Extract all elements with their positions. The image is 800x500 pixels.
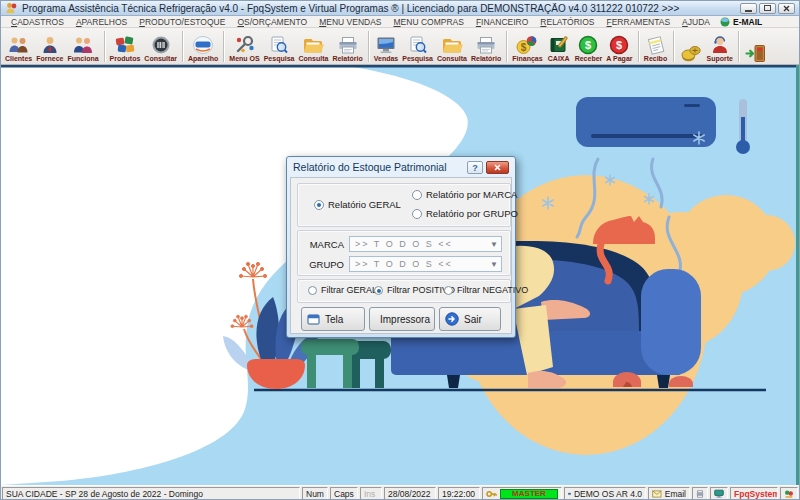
radio-relatorio-geral[interactable]: Relatório GERAL: [314, 199, 401, 210]
folder-icon: [441, 35, 463, 55]
status-network[interactable]: [710, 487, 728, 500]
svg-text:$: $: [521, 42, 527, 53]
service-order-tools-icon: [234, 35, 256, 55]
status-system: DEMO OS AR 4.0: [564, 487, 646, 500]
radio-icon: [412, 190, 422, 200]
receipt-icon: [645, 35, 667, 55]
toolbar-separator: [182, 31, 183, 62]
grupo-select[interactable]: >> T O D O S << ▼: [349, 256, 502, 272]
toolbar-fornece[interactable]: Fornece: [34, 28, 65, 63]
toolbar-receber[interactable]: $ Receber: [573, 28, 605, 63]
toolbar-separator: [673, 31, 674, 62]
impressora-button[interactable]: Impressora: [369, 307, 435, 331]
maximize-button[interactable]: [759, 3, 776, 14]
toolbar-separator: [506, 31, 507, 62]
report-type-group: Relatório GERAL Relatório por MARCA Rela…: [297, 183, 511, 227]
sair-button[interactable]: Sair: [439, 307, 501, 331]
toolbar-a-pagar[interactable]: $ A Pagar: [604, 28, 634, 63]
radio-icon: [308, 286, 317, 295]
grupo-row: GRUPO >> T O D O S << ▼: [306, 256, 502, 272]
menu-compras[interactable]: MENU COMPRAS: [388, 16, 470, 28]
status-user-level: MASTER: [482, 487, 562, 500]
menu-aparelhos[interactable]: APARELHOS: [70, 16, 133, 28]
svg-text:$: $: [616, 39, 622, 51]
menu-ajuda[interactable]: AJUDA: [676, 16, 716, 28]
toolbar-consultar[interactable]: Consultar: [142, 28, 179, 63]
status-num: Num: [302, 487, 328, 500]
cashbook-icon: [548, 35, 570, 55]
menu-ferramentas[interactable]: FERRAMENTAS: [601, 16, 677, 28]
toolbar-vendas[interactable]: Vendas: [372, 28, 401, 63]
radio-filtrar-positivo[interactable]: Filtrar POSITIVO: [374, 285, 455, 295]
radio-icon: [412, 209, 422, 219]
menu-email[interactable]: E-MAIL: [716, 17, 766, 27]
tela-button[interactable]: Tela: [301, 307, 365, 331]
dialog-body: Relatório GERAL Relatório por MARCA Rela…: [290, 177, 512, 334]
mini-logo-icon: [784, 489, 794, 499]
status-ins: Ins: [360, 487, 382, 500]
toolbar-funciona[interactable]: Funciona: [65, 28, 100, 63]
minimize-button[interactable]: [740, 3, 757, 14]
dialog-close-button[interactable]: [486, 161, 509, 174]
radio-filtrar-geral[interactable]: Filtrar GERAL: [308, 285, 377, 295]
toolbar-financas[interactable]: $ Finanças: [510, 28, 544, 63]
marca-select[interactable]: >> T O D O S << ▼: [349, 236, 502, 252]
client-area: Relatório do Estoque Patrimonial ? Relat…: [1, 65, 799, 485]
dialog-relatorio-estoque: Relatório do Estoque Patrimonial ? Relat…: [286, 156, 516, 338]
dialog-help-button[interactable]: ?: [467, 161, 483, 174]
toolbar-consulta-vendas[interactable]: Consulta: [435, 28, 469, 63]
minimize-icon: [745, 10, 752, 12]
toolbar-caixa[interactable]: CAIXA: [545, 28, 573, 63]
stock-filter-group: Filtrar GERAL Filtrar POSITIVO Filtrar N…: [297, 279, 511, 303]
toolbar-pesquisa-os[interactable]: Pesquisa: [262, 28, 297, 63]
status-location: SUA CIDADE - SP 28 de Agosto de 2022 - D…: [2, 487, 300, 500]
dialog-titlebar[interactable]: Relatório do Estoque Patrimonial ?: [287, 157, 515, 177]
coins-icon: [680, 43, 702, 63]
radio-relatorio-marca[interactable]: Relatório por MARCA: [412, 189, 517, 200]
app-window: Programa Assistência Técnica Refrigeraçã…: [0, 0, 800, 500]
menu-financeiro[interactable]: FINANCEIRO: [470, 16, 534, 28]
toolbar-relatorio-vendas[interactable]: Relatório: [469, 28, 503, 63]
svg-text:$: $: [585, 39, 591, 51]
menu-relatorios[interactable]: RELATÓRIOS: [534, 16, 600, 28]
document-search-icon: [407, 35, 429, 55]
email-globe-icon: [720, 17, 730, 27]
window-titlebar: Programa Assistência Técnica Refrigeraçã…: [1, 1, 799, 16]
menu-produto-estoque[interactable]: PRODUTO/ESTOQUE: [133, 16, 231, 28]
marca-row: MARCA >> T O D O S << ▼: [306, 236, 502, 252]
toolbar-moedas[interactable]: [677, 28, 705, 63]
document-search-icon: [268, 35, 290, 55]
toolbar-pesquisa-vendas[interactable]: Pesquisa: [400, 28, 435, 63]
close-icon: [494, 164, 501, 171]
menu-vendas[interactable]: MENU VENDAS: [313, 16, 387, 28]
toolbar-consulta-os[interactable]: Consulta: [296, 28, 330, 63]
toolbar-aparelho[interactable]: Aparelho: [186, 28, 220, 63]
status-caps: Caps: [330, 487, 358, 500]
status-printer[interactable]: [692, 487, 708, 500]
toolbar-clientes[interactable]: Clientes: [3, 28, 34, 63]
app-logo-icon: [5, 2, 18, 14]
radio-icon: [374, 286, 383, 295]
radio-relatorio-grupo[interactable]: Relatório por GRUPO: [412, 208, 518, 219]
close-button[interactable]: [778, 3, 795, 14]
status-logo: [780, 487, 798, 500]
monitor-icon: [568, 489, 571, 499]
status-email[interactable]: Email: [648, 487, 690, 500]
envelope-icon: [652, 489, 662, 499]
radio-filtrar-negativo[interactable]: Filtrar NEGATIVO: [444, 285, 528, 295]
toolbar-suporte[interactable]: Suporte: [705, 28, 735, 63]
menu-os-orcamento[interactable]: OS/ORÇAMENTO: [231, 16, 313, 28]
barcode-search-icon: [150, 35, 172, 55]
toolbar-recibo[interactable]: Recibo: [642, 28, 670, 63]
printer-icon: [696, 489, 704, 499]
menu-cadastros[interactable]: CADASTROS: [5, 16, 70, 28]
exit-door-icon: [745, 43, 767, 63]
window-title: Programa Assistência Técnica Refrigeraçã…: [22, 3, 736, 14]
toolbar-separator: [104, 31, 105, 62]
printer-icon: [475, 35, 497, 55]
toolbar-menu-os[interactable]: Menu OS: [227, 28, 261, 63]
toolbar-produtos[interactable]: Produtos: [108, 28, 143, 63]
toolbar-sair-app[interactable]: [742, 28, 770, 63]
toolbar-relatorio-os[interactable]: Relatório: [330, 28, 364, 63]
grupo-label: GRUPO: [306, 259, 344, 270]
